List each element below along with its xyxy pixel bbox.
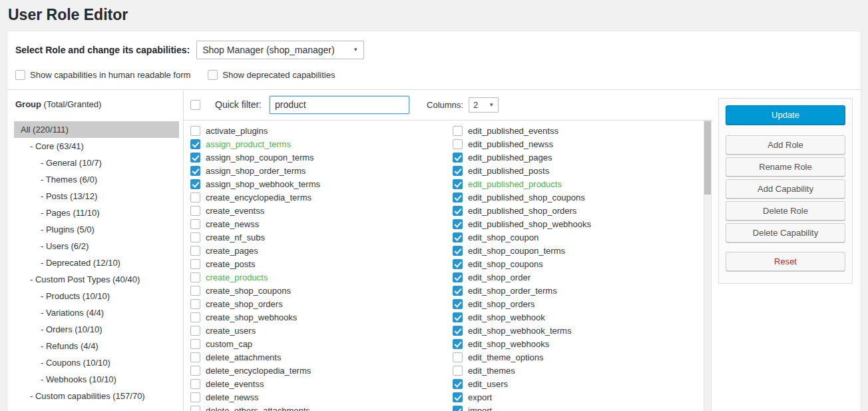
capability-checkbox[interactable] xyxy=(453,379,463,389)
human-readable-option[interactable]: Show capabilities in human readable form xyxy=(15,70,190,80)
group-item[interactable]: - Webhooks (10/10) xyxy=(14,371,179,388)
reset-button[interactable]: Reset xyxy=(726,252,845,271)
capability-checkbox[interactable] xyxy=(190,259,200,269)
capability-checkbox[interactable] xyxy=(190,153,200,163)
capability-row: create_shop_coupons xyxy=(190,284,453,298)
scrollbar[interactable] xyxy=(704,121,712,411)
main-panel: Select Role and change its capabilities:… xyxy=(7,31,861,411)
scrollbar-thumb[interactable] xyxy=(704,121,711,195)
delete-capability-button[interactable]: Delete Capability xyxy=(726,223,845,242)
human-readable-checkbox[interactable] xyxy=(15,70,25,80)
role-select-value: Shop Manager (shop_manager) xyxy=(202,45,334,55)
capability-label: create_pages xyxy=(206,246,258,256)
capability-row: delete_eventss xyxy=(190,378,453,391)
deprecated-checkbox[interactable] xyxy=(208,70,218,80)
groups-header: Group (Total/Granted) xyxy=(7,99,183,109)
capability-checkbox[interactable] xyxy=(453,219,463,229)
capability-row: edit_shop_orders xyxy=(453,298,713,311)
capability-checkbox[interactable] xyxy=(453,259,463,269)
capability-checkbox[interactable] xyxy=(190,352,200,362)
group-item[interactable]: All (220/111) xyxy=(14,121,179,138)
capability-checkbox[interactable] xyxy=(190,246,200,256)
capability-checkbox[interactable] xyxy=(453,126,463,136)
capability-checkbox[interactable] xyxy=(453,286,463,296)
group-item[interactable]: - Custom capabilities (157/70) xyxy=(14,388,179,404)
capability-checkbox[interactable] xyxy=(453,352,463,362)
capability-checkbox[interactable] xyxy=(190,179,200,189)
group-item[interactable]: - Core (63/41) xyxy=(14,138,179,155)
capability-checkbox[interactable] xyxy=(453,392,463,402)
capability-label: create_eventss xyxy=(206,206,264,216)
capability-checkbox[interactable] xyxy=(190,299,200,309)
capability-checkbox[interactable] xyxy=(190,286,200,296)
capability-checkbox[interactable] xyxy=(190,206,200,216)
capability-row: assign_shop_order_terms xyxy=(190,165,453,178)
capability-checkbox[interactable] xyxy=(190,272,200,282)
deprecated-option[interactable]: Show deprecated capabilities xyxy=(208,70,335,80)
group-item[interactable]: - Themes (6/0) xyxy=(14,171,179,188)
capability-checkbox[interactable] xyxy=(453,326,463,336)
capability-row: create_newss xyxy=(190,218,453,231)
capability-checkbox[interactable] xyxy=(190,406,200,411)
capability-label: delete_eventss xyxy=(206,379,264,389)
capability-row: create_shop_orders xyxy=(190,298,453,311)
group-item[interactable]: - Orders (10/10) xyxy=(14,321,179,338)
group-item[interactable]: - Refunds (4/4) xyxy=(14,338,179,354)
select-all-checkbox[interactable] xyxy=(190,100,200,110)
capability-checkbox[interactable] xyxy=(453,312,463,322)
capability-checkbox[interactable] xyxy=(453,193,463,203)
capability-checkbox[interactable] xyxy=(453,153,463,163)
capability-checkbox[interactable] xyxy=(453,406,463,411)
capability-row: edit_shop_coupon_terms xyxy=(453,244,713,258)
capability-checkbox[interactable] xyxy=(453,179,463,189)
group-item[interactable]: - Variations (4/4) xyxy=(14,304,179,321)
group-item[interactable]: - Plugins (5/0) xyxy=(14,221,179,238)
capability-checkbox[interactable] xyxy=(190,326,200,336)
add-role-button[interactable]: Add Role xyxy=(726,135,845,155)
capability-checkbox[interactable] xyxy=(190,392,200,402)
quick-filter-input[interactable] xyxy=(270,96,409,114)
capability-checkbox[interactable] xyxy=(453,272,463,282)
capability-checkbox[interactable] xyxy=(453,166,463,176)
group-item[interactable]: - Coupons (10/10) xyxy=(14,354,179,371)
capability-checkbox[interactable] xyxy=(453,339,463,349)
columns-select[interactable]: 2 ▼ xyxy=(469,97,499,113)
group-item[interactable]: - Custom Post Types (40/40) xyxy=(14,271,179,288)
chevron-down-icon: ▼ xyxy=(353,47,358,53)
chevron-down-icon: ▼ xyxy=(489,102,494,108)
group-item[interactable]: - Products (10/10) xyxy=(14,288,179,304)
group-item[interactable]: - Deprecated (12/10) xyxy=(14,254,179,271)
capability-checkbox[interactable] xyxy=(453,246,463,256)
capability-checkbox[interactable] xyxy=(190,339,200,349)
update-button[interactable]: Update xyxy=(726,105,845,125)
add-capability-button[interactable]: Add Capability xyxy=(726,179,845,199)
capability-checkbox[interactable] xyxy=(190,219,200,229)
capability-checkbox[interactable] xyxy=(453,139,463,149)
capability-label: import xyxy=(468,406,492,411)
group-item[interactable]: - General (10/7) xyxy=(14,155,179,171)
capability-checkbox[interactable] xyxy=(190,366,200,376)
capability-checkbox[interactable] xyxy=(190,126,200,136)
capability-checkbox[interactable] xyxy=(453,299,463,309)
role-select[interactable]: Shop Manager (shop_manager) ▼ xyxy=(196,41,364,59)
capability-checkbox[interactable] xyxy=(453,206,463,216)
capability-label: assign_shop_webhook_terms xyxy=(206,179,320,189)
capability-checkbox[interactable] xyxy=(453,366,463,376)
capability-checkbox[interactable] xyxy=(190,379,200,389)
capability-checkbox[interactable] xyxy=(453,232,463,242)
filter-row: Quick filter: Columns: 2 ▼ xyxy=(184,90,713,121)
group-item[interactable]: - Pages (11/10) xyxy=(14,205,179,221)
capability-checkbox[interactable] xyxy=(190,232,200,242)
group-item[interactable]: - Users (6/2) xyxy=(14,238,179,254)
role-selector-row: Select Role and change its capabilities:… xyxy=(7,31,861,66)
rename-role-button[interactable]: Rename Role xyxy=(726,157,845,177)
capability-checkbox[interactable] xyxy=(190,312,200,322)
delete-role-button[interactable]: Delete Role xyxy=(726,201,845,220)
capability-checkbox[interactable] xyxy=(190,193,200,203)
capability-checkbox[interactable] xyxy=(190,139,200,149)
capability-row: edit_shop_webhook xyxy=(453,311,713,324)
group-item[interactable]: - Posts (13/12) xyxy=(14,188,179,205)
capability-checkbox[interactable] xyxy=(190,166,200,176)
capability-row: create_users xyxy=(190,324,453,338)
capability-row: create_shop_webhooks xyxy=(190,311,453,324)
